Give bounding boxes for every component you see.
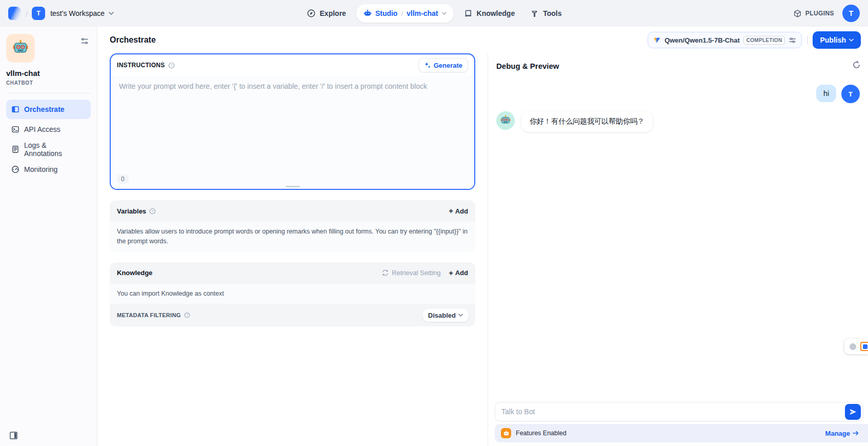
robot-emoji-icon [500, 115, 511, 126]
page-header: Orchestrate Qwen/Qwen1.5-7B-Chat COMPLET… [97, 27, 868, 53]
debug-preview-title: Debug & Preview [488, 53, 868, 73]
retrieval-setting-button[interactable]: Retrieval Setting [382, 269, 440, 277]
orchestrate-config: INSTRUCTIONS ? Generate [97, 53, 488, 446]
nav-tools-label: Tools [543, 9, 561, 17]
chat-input-container [495, 402, 863, 421]
chevron-down-icon[interactable] [442, 12, 447, 15]
terminal-icon [11, 125, 19, 133]
content: vllm-chat CHATBOT Orchestrate API Access [0, 27, 868, 446]
add-knowledge-button[interactable]: + Add [449, 269, 468, 277]
main-nav: Explore Studio / vllm-chat Knowledge [301, 0, 567, 27]
book-icon [464, 9, 473, 18]
model-mode-badge: COMPLETION [743, 36, 785, 45]
sidebar-item-logs-annotations[interactable]: Logs & Annotations [6, 140, 91, 159]
breadcrumb-separator: / [26, 9, 28, 18]
metadata-filtering-toggle[interactable]: Disabled [423, 309, 468, 322]
resize-handle[interactable] [286, 186, 300, 187]
nav-studio-label: Studio [375, 9, 398, 17]
manage-features-link[interactable]: Manage [825, 430, 859, 437]
sidebar-item-monitoring[interactable]: Monitoring [6, 160, 91, 179]
generate-button[interactable]: Generate [418, 58, 468, 72]
restart-conversation-icon[interactable] [852, 61, 861, 69]
variables-header: Variables ? + Add [110, 200, 475, 222]
plugins-button[interactable]: PLUGINS [793, 9, 834, 18]
body-row: INSTRUCTIONS ? Generate [97, 53, 868, 446]
knowledge-header: Knowledge Retrieval Setting + [110, 262, 475, 284]
topbar-left: / T test's Workspace [8, 7, 114, 20]
chevron-down-icon[interactable] [109, 12, 114, 15]
sidebar-item-api-access[interactable]: API Access [6, 120, 91, 139]
workspace-name[interactable]: test's Workspace [50, 9, 105, 17]
send-button[interactable] [845, 404, 861, 420]
prompt-input[interactable] [111, 76, 474, 189]
features-icon [501, 428, 511, 438]
metadata-filtering-row: METADATA FILTERING ? Disabled [110, 304, 475, 326]
chat-input[interactable] [501, 408, 841, 416]
collapse-sidebar-icon[interactable] [9, 431, 18, 440]
sparkles-icon [424, 62, 431, 69]
instructions-title: INSTRUCTIONS [117, 62, 165, 69]
plugins-label: PLUGINS [805, 10, 834, 17]
nav-explore[interactable]: Explore [301, 4, 351, 23]
chat-messages: hi T [488, 73, 868, 132]
extension-dot-icon [850, 343, 856, 350]
svg-text:?: ? [186, 313, 188, 317]
extension-icon[interactable] [860, 342, 868, 351]
browser-extension-widget[interactable] [844, 339, 868, 354]
publish-label: Publish [820, 36, 846, 44]
plus-icon: + [449, 269, 453, 277]
nav-current-app: vllm-chat [407, 9, 438, 17]
retrieval-label: Retrieval Setting [392, 269, 440, 277]
help-icon[interactable]: ? [149, 208, 156, 215]
gauge-icon [11, 165, 19, 173]
instructions-panel: INSTRUCTIONS ? Generate [110, 53, 475, 190]
variables-description: Variables allow users to introduce promp… [110, 222, 475, 252]
paper-plane-icon [849, 408, 857, 416]
header-divider [807, 36, 808, 44]
metadata-filtering-value: Disabled [428, 312, 456, 319]
user-message-bubble: hi [816, 85, 836, 102]
plus-icon: + [449, 207, 453, 215]
page-title: Orchestrate [110, 35, 156, 45]
nav-explore-label: Explore [320, 9, 346, 17]
bot-avatar [496, 111, 515, 130]
knowledge-description: You can import Knowledge as context [110, 284, 475, 304]
chat-message-user: hi T [496, 85, 860, 103]
dify-logo[interactable] [8, 7, 22, 20]
vllm-logo-icon [653, 36, 661, 44]
metadata-filtering-label: METADATA FILTERING [117, 312, 181, 318]
add-variable-button[interactable]: + Add [449, 207, 468, 215]
user-avatar[interactable]: T [842, 5, 860, 22]
orchestrate-icon [11, 105, 19, 113]
app-settings-icon[interactable] [80, 37, 89, 45]
generate-label: Generate [434, 62, 462, 69]
instructions-header: INSTRUCTIONS ? Generate [111, 54, 474, 76]
nav-studio-pill[interactable]: Studio / vllm-chat [356, 4, 454, 23]
app-sidebar: vllm-chat CHATBOT Orchestrate API Access [0, 27, 97, 446]
app-type-badge: CHATBOT [6, 80, 91, 86]
help-icon[interactable]: ? [168, 62, 175, 69]
sidebar-item-orchestrate[interactable]: Orchestrate [6, 100, 91, 119]
workspace-avatar[interactable]: T [32, 7, 45, 20]
knowledge-panel: Knowledge Retrieval Setting + [110, 262, 475, 326]
variables-panel: Variables ? + Add Variables a [110, 200, 475, 252]
help-icon[interactable]: ? [184, 312, 190, 318]
nav-tools[interactable]: Tools [525, 4, 567, 23]
chevron-down-icon [458, 314, 463, 317]
app-name: vllm-chat [6, 69, 91, 77]
package-icon [793, 9, 802, 18]
chat-message-assistant: 你好！有什么问题我可以帮助你吗？ [496, 111, 860, 132]
model-params-icon[interactable] [789, 36, 796, 44]
svg-text:?: ? [152, 208, 154, 213]
add-label: Add [455, 207, 468, 215]
model-selector[interactable]: Qwen/Qwen1.5-7B-Chat COMPLETION [648, 32, 802, 48]
app-icon[interactable] [6, 34, 35, 63]
svg-text:?: ? [170, 63, 172, 67]
nav-knowledge[interactable]: Knowledge [459, 4, 520, 23]
topbar: / T test's Workspace Explore Studio / vl… [0, 0, 868, 27]
sidebar-item-label: Monitoring [24, 165, 57, 173]
retrieval-icon [382, 269, 389, 276]
variables-actions: + Add [449, 207, 468, 215]
publish-button[interactable]: Publish [813, 31, 861, 49]
header-actions: Qwen/Qwen1.5-7B-Chat COMPLETION Publish [648, 31, 861, 49]
